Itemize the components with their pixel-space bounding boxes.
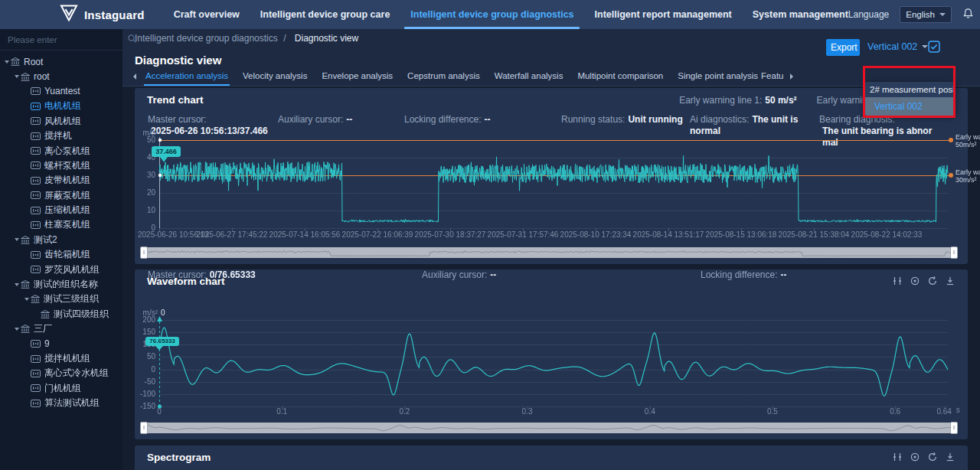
caret-down-icon[interactable] bbox=[23, 298, 31, 301]
device-icon bbox=[31, 384, 41, 392]
tab-acceleration-analysis[interactable]: Acceleration analysis bbox=[144, 67, 230, 86]
main-area: Intelligent device group diagnostics / D… bbox=[122, 29, 980, 470]
tree-item-device[interactable]: 螺杆泵机组 bbox=[0, 158, 122, 173]
location-icon[interactable] bbox=[910, 452, 920, 465]
tree-item-label: 测试四级组织 bbox=[54, 308, 109, 321]
tree-item-label: 离心泵机组 bbox=[44, 145, 90, 158]
tree-item-device[interactable]: 离心泵机组 bbox=[0, 143, 122, 158]
caret-down-icon[interactable] bbox=[13, 75, 21, 78]
tab-cepstrum-analysis[interactable]: Cepstrum analysis bbox=[406, 67, 482, 86]
breadcrumb-separator: / bbox=[283, 33, 286, 44]
tree-search-input[interactable] bbox=[6, 34, 127, 45]
trend-datazoom-slider[interactable]: ‖ ‖ bbox=[141, 247, 957, 258]
tree-item-org[interactable]: 测试四级组织 bbox=[0, 307, 122, 321]
brand[interactable]: Instaguard bbox=[60, 5, 145, 24]
tree-item-org[interactable]: 三厂 bbox=[0, 321, 122, 336]
waveform-chart-canvas[interactable] bbox=[135, 309, 980, 423]
page-header: Intelligent device group diagnostics / D… bbox=[122, 29, 980, 86]
device-icon bbox=[31, 177, 41, 184]
tree-item-label: root bbox=[34, 71, 50, 82]
trend-title: Trend chart bbox=[147, 94, 204, 106]
caret-down-icon[interactable] bbox=[13, 283, 21, 286]
language-select[interactable]: English bbox=[900, 6, 952, 23]
tree-item-device[interactable]: 搅拌机机组 bbox=[0, 351, 122, 366]
datazoom-right-handle[interactable]: ‖ bbox=[950, 422, 958, 434]
tree-item-label: 皮带机机组 bbox=[44, 174, 90, 187]
tree-item-org[interactable]: 测试三级组织 bbox=[0, 292, 122, 306]
nav-item[interactable]: Intelligent device group diagnostics bbox=[410, 9, 573, 20]
tabs-scroll-left-icon[interactable] bbox=[133, 73, 136, 80]
tree-item-org[interactable]: root bbox=[0, 69, 122, 83]
trend-chart-canvas[interactable] bbox=[135, 129, 980, 246]
position-select-value: Vertical 002 bbox=[867, 41, 917, 52]
tree-item-device[interactable]: 算法测试机组 bbox=[0, 396, 122, 410]
tree-item-device[interactable]: 搅拌机 bbox=[0, 129, 122, 143]
tree-item-device[interactable]: 电机机组 bbox=[0, 99, 122, 113]
waveform-datazoom-preview bbox=[141, 423, 957, 432]
tree-item-device[interactable]: 柱塞泵机组 bbox=[0, 217, 122, 232]
tree-item-org[interactable]: 测试2 bbox=[0, 233, 122, 247]
tab-waterfall-analysis[interactable]: Waterfall analysis bbox=[493, 67, 565, 86]
datazoom-left-handle[interactable]: ‖ bbox=[140, 246, 148, 259]
organization-icon bbox=[21, 325, 30, 333]
tree-item-label: 测试2 bbox=[34, 233, 57, 246]
nav-item[interactable]: Craft overview bbox=[174, 9, 240, 20]
tree-item-label: 离心式冷水机组 bbox=[44, 367, 109, 380]
page-title: Diagnostic view bbox=[135, 54, 221, 67]
tree-item-device[interactable]: 风机机组 bbox=[0, 114, 122, 129]
search-icon[interactable] bbox=[127, 33, 137, 47]
tab-envelope-analysis[interactable]: Envelope analysis bbox=[320, 67, 394, 86]
nav-item[interactable]: Intelligent device group care bbox=[260, 9, 390, 20]
organization-icon bbox=[21, 236, 30, 244]
instaguard-logo-icon bbox=[60, 5, 78, 24]
language-label: Language bbox=[848, 9, 889, 20]
device-icon bbox=[31, 221, 41, 229]
cursor-info-item: Auxiliary cursor:-- bbox=[422, 269, 701, 281]
position-check-icon[interactable] bbox=[928, 41, 940, 56]
measurement-cursor-icon[interactable] bbox=[892, 452, 903, 465]
measurement-position-select[interactable]: Vertical 002 bbox=[867, 41, 928, 52]
tree-item-device[interactable]: 屏蔽泵机组 bbox=[0, 188, 122, 203]
caret-down-icon[interactable] bbox=[13, 328, 21, 331]
tree-item-device[interactable]: Yuantest bbox=[0, 84, 122, 99]
nav-item[interactable]: Intelligent report management bbox=[595, 9, 732, 20]
tree-item-org[interactable]: 测试的组织名称 bbox=[0, 277, 122, 292]
nav-item[interactable]: System management bbox=[753, 9, 848, 20]
tab-features-truncated[interactable]: Featu bbox=[760, 67, 785, 86]
restore-icon[interactable] bbox=[927, 452, 938, 465]
tree-item-device[interactable]: 罗茨风机机组 bbox=[0, 262, 122, 276]
device-icon bbox=[31, 191, 41, 199]
device-icon bbox=[31, 87, 41, 95]
tree-item-label: 测试的组织名称 bbox=[34, 278, 98, 291]
datazoom-left-handle[interactable]: ‖ bbox=[140, 422, 148, 434]
tree-item-device[interactable]: 门机机组 bbox=[0, 381, 122, 396]
tree-item-device[interactable]: 离心式冷水机组 bbox=[0, 366, 122, 380]
breadcrumb: Intelligent device group diagnostics / D… bbox=[135, 33, 358, 44]
export-button[interactable]: Export bbox=[826, 39, 860, 56]
tree-item-device[interactable]: 压缩机机组 bbox=[0, 203, 122, 217]
waveform-datazoom-slider[interactable]: ‖ ‖ bbox=[141, 423, 957, 433]
bell-icon[interactable] bbox=[962, 8, 974, 22]
tabs-scroll-right-icon[interactable] bbox=[790, 73, 793, 80]
tree-item-label: 搅拌机 bbox=[44, 129, 72, 142]
tab-velocity-analysis[interactable]: Velocity analysis bbox=[241, 67, 309, 86]
tree-item-device[interactable]: 9 bbox=[0, 336, 122, 351]
breadcrumb-current: Diagnostic view bbox=[295, 33, 358, 44]
trend-chart-card: Trend chart Early warning line 1:50 m/s²… bbox=[135, 88, 968, 264]
device-icon bbox=[31, 400, 41, 407]
dropdown-option-selected[interactable]: Vertical 002 bbox=[865, 97, 956, 116]
caret-down-icon[interactable] bbox=[3, 60, 11, 64]
tab-multipoint-comparison[interactable]: Multipoint comparison bbox=[576, 67, 665, 86]
tab-single-point-analysis[interactable]: Single point analysis bbox=[676, 67, 760, 86]
tree-search-row bbox=[0, 29, 122, 51]
tree-item-device[interactable]: 齿轮箱机组 bbox=[0, 247, 122, 262]
content-area: Trend chart Early warning line 1:50 m/s²… bbox=[122, 86, 980, 470]
breadcrumb-parent[interactable]: Intelligent device group diagnostics bbox=[135, 33, 278, 44]
tree-item-org[interactable]: Root bbox=[0, 54, 122, 69]
spectrogram-title: Spectrogram bbox=[147, 452, 211, 463]
tree-item-device[interactable]: 皮带机机组 bbox=[0, 173, 122, 188]
datazoom-right-handle[interactable]: ‖ bbox=[950, 246, 958, 259]
caret-down-icon[interactable] bbox=[13, 238, 21, 241]
tree-item-label: 屏蔽泵机组 bbox=[44, 189, 90, 202]
download-icon[interactable] bbox=[945, 452, 956, 465]
